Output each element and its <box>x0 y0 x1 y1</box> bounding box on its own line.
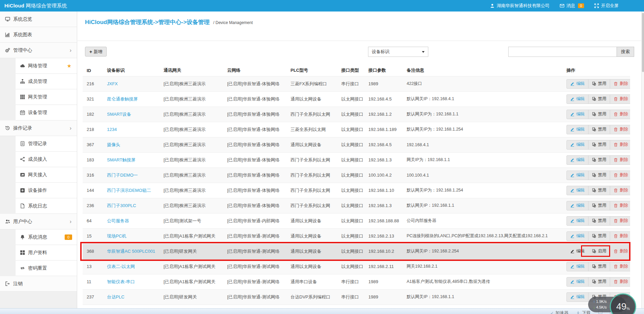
delete-button[interactable]: 删除 <box>610 79 630 89</box>
sidebar-item-admin-records[interactable]: 管理记录 <box>16 136 77 152</box>
device-name-link[interactable]: 西门子DEMO一 <box>107 173 138 178</box>
device-name-link[interactable]: 仪表二-以太网 <box>107 264 135 269</box>
edit-button[interactable]: 编辑 <box>566 292 588 302</box>
caret-down-icon <box>422 51 425 53</box>
column-header-3: 云网络 <box>223 65 286 76</box>
device-name-link[interactable]: 智能仪表-串口 <box>107 279 135 284</box>
filter-select[interactable]: 设备标识 <box>368 47 428 57</box>
device-name-link[interactable]: JXFX <box>107 81 118 86</box>
disable-button[interactable]: 禁用 <box>588 155 610 165</box>
sidebar-item-member-mgmt[interactable]: 成员管理 <box>16 74 77 89</box>
sidebar-item-user-profile[interactable]: 用户资料 <box>16 245 77 261</box>
edit-button[interactable]: 编辑 <box>566 94 588 104</box>
sidebar-item-system-messages[interactable]: 系统消息0 <box>16 229 77 245</box>
bottombar-accelerator[interactable]: 加速器 <box>549 310 568 314</box>
delete-button[interactable]: 删除 <box>610 247 630 256</box>
download-icon <box>576 311 580 314</box>
disable-button[interactable]: 禁用 <box>588 125 610 134</box>
delete-button[interactable]: 删除 <box>610 201 630 210</box>
device-name-link[interactable]: 摄像头 <box>107 142 120 147</box>
delete-button[interactable]: 删除 <box>610 125 630 134</box>
edit-button[interactable]: 编辑 <box>566 262 588 271</box>
sidebar-item-member-access[interactable]: 成员接入 <box>16 152 77 167</box>
disable-button[interactable]: 禁用 <box>588 277 610 287</box>
th-large-icon <box>20 250 25 255</box>
device-name-link[interactable]: 公司服务器 <box>107 218 129 223</box>
delete-button[interactable]: 删除 <box>610 216 630 226</box>
sidebar-item-gateway-mgmt[interactable]: 网关管理 <box>16 89 77 105</box>
app-logo[interactable]: HiCloud 网络综合管理系统 <box>0 3 67 9</box>
device-name-link[interactable]: SMART触摸屏 <box>107 157 135 162</box>
edit-button[interactable]: 编辑 <box>566 201 588 210</box>
enable-button[interactable]: 启用 <box>588 247 610 256</box>
delete-button[interactable]: 删除 <box>610 94 630 104</box>
disable-button[interactable]: 禁用 <box>588 79 610 89</box>
disable-button[interactable]: 禁用 <box>588 186 610 195</box>
device-name-link[interactable]: 昆仑通泰触摸屏 <box>107 96 138 102</box>
sidebar-item-system-log[interactable]: 系统日志 <box>16 198 77 214</box>
disable-button[interactable]: 禁用 <box>588 216 610 226</box>
delete-button[interactable]: 删除 <box>610 277 630 287</box>
disable-button[interactable]: 禁用 <box>588 140 610 150</box>
add-device-button[interactable]: + 新增 <box>85 47 107 57</box>
edit-button[interactable]: 编辑 <box>566 247 588 256</box>
sidebar-item-op-records[interactable]: 操作记录› <box>0 120 77 136</box>
edit-button[interactable]: 编辑 <box>566 186 588 195</box>
disable-button[interactable]: 禁用 <box>588 262 610 271</box>
messages-menu[interactable]: 消息 0 <box>560 3 584 9</box>
action-button-group: 编辑禁用删除 <box>566 140 630 150</box>
edit-button-label: 编辑 <box>576 218 585 224</box>
device-name-link[interactable]: 台达PLC <box>107 294 124 299</box>
trash-icon <box>614 112 618 116</box>
edit-button[interactable]: 编辑 <box>566 79 588 89</box>
sidebar-item-logout[interactable]: 注销 <box>0 276 77 292</box>
edit-button[interactable]: 编辑 <box>566 277 588 287</box>
delete-button[interactable]: 删除 <box>610 155 630 165</box>
bottombar-download[interactable]: 下载 <box>576 310 591 314</box>
edit-button[interactable]: 编辑 <box>566 216 588 226</box>
delete-button[interactable]: 删除 <box>610 262 630 271</box>
sidebar-item-device-ops[interactable]: 设备操作 <box>16 183 77 198</box>
company-menu[interactable]: 湖南华辰智通科技有限公司 <box>490 3 550 9</box>
delete-button[interactable]: 删除 <box>610 231 630 241</box>
sidebar-item-device-mgmt[interactable]: 设备管理 <box>16 105 77 120</box>
scrollbar-thumb[interactable] <box>642 13 644 72</box>
device-name-link[interactable]: 现场PC机 <box>107 233 126 239</box>
edit-button[interactable]: 编辑 <box>566 140 588 150</box>
disable-button[interactable]: 禁用 <box>588 201 610 210</box>
edit-button[interactable]: 编辑 <box>566 155 588 165</box>
page-scrollbar[interactable] <box>641 0 644 314</box>
device-name-link[interactable]: 西门子300PLC <box>107 203 136 208</box>
device-name-link[interactable]: 华辰智通AC 500PLC001 <box>107 249 155 254</box>
search-input[interactable] <box>508 47 617 57</box>
device-name-link[interactable]: SMART设备 <box>107 112 131 117</box>
search-button[interactable]: 搜索 <box>617 47 634 57</box>
interface-param-cell: 192.168.2.13 <box>364 228 403 244</box>
sidebar-item-admin-center[interactable]: 管理中心› <box>0 43 77 58</box>
sidebar-item-charts[interactable]: 系统图表 <box>0 27 77 43</box>
pencil-icon <box>570 203 575 208</box>
edit-button[interactable]: 编辑 <box>566 231 588 241</box>
delete-button[interactable]: 删除 <box>610 140 630 150</box>
delete-button[interactable]: 删除 <box>610 171 630 180</box>
disable-button-label: 禁用 <box>598 96 606 102</box>
fullscreen-button[interactable]: 开启全屏 <box>594 3 619 9</box>
edit-button[interactable]: 编辑 <box>566 125 588 134</box>
edit-button[interactable]: 编辑 <box>566 110 588 119</box>
interface-param-cell: 1989 <box>364 274 403 289</box>
sidebar-item-user-center[interactable]: 用户中心› <box>0 214 77 229</box>
add-device-label: 新增 <box>93 49 102 55</box>
sidebar-item-gateway-access[interactable]: 网关接入 <box>16 167 77 183</box>
edit-button[interactable]: 编辑 <box>566 171 588 180</box>
disable-button[interactable]: 禁用 <box>588 110 610 119</box>
sidebar-item-password-reset[interactable]: 密码重置 <box>16 261 77 276</box>
delete-button[interactable]: 删除 <box>610 110 630 119</box>
disable-button[interactable]: 禁用 <box>588 171 610 180</box>
device-name-link[interactable]: 1234 <box>107 127 117 132</box>
disable-button[interactable]: 禁用 <box>588 231 610 241</box>
sidebar-item-network-mgmt[interactable]: 网络管理★ <box>16 58 77 74</box>
disable-button[interactable]: 禁用 <box>588 94 610 104</box>
delete-button[interactable]: 删除 <box>610 186 630 195</box>
sidebar-item-overview[interactable]: 系统总览 <box>0 12 77 27</box>
device-name-link[interactable]: 西门子演示DEMO箱二 <box>107 188 151 193</box>
